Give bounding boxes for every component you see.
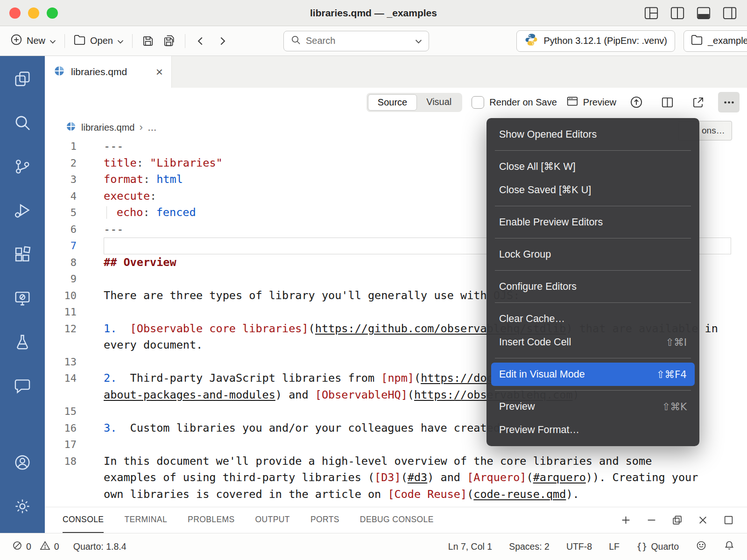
line-content: own libraries is covered in the article …: [104, 486, 731, 503]
line-number: 2: [45, 155, 92, 172]
menu-item-configure-editors[interactable]: Configure Editors: [491, 275, 695, 298]
preview-button[interactable]: Preview: [566, 96, 616, 109]
save-all-icon: [163, 35, 176, 48]
main-toolbar: New Open Search: [0, 26, 747, 56]
menu-item-preview[interactable]: Preview⇧⌘K: [491, 395, 695, 418]
render-on-save-checkbox[interactable]: [472, 96, 484, 109]
search-icon: [14, 114, 31, 132]
panel-tab-problems[interactable]: PROBLEMS: [188, 507, 234, 533]
line-content: examples of using third-party libraries …: [104, 469, 731, 486]
toggle-secondary-sidebar-icon[interactable]: [723, 7, 737, 20]
workspace-button[interactable]: _examples: [684, 30, 747, 52]
workspace-label: _examples: [708, 35, 747, 46]
sidebar-item-account[interactable]: [0, 441, 45, 484]
menu-item-show-opened-editors[interactable]: Show Opened Editors: [491, 123, 695, 146]
menu-item-lock-group[interactable]: Lock Group: [491, 243, 695, 266]
sidebar-item-explorer[interactable]: [0, 57, 45, 101]
maximize-panel-icon[interactable]: [723, 515, 734, 525]
menu-item-label: Close All [⌘K W]: [499, 161, 576, 173]
code-line[interactable]: 18In this document we'll provide a high-…: [45, 453, 747, 470]
panel-tab-debug-console[interactable]: DEBUG CONSOLE: [360, 507, 434, 533]
indentation-setting[interactable]: Spaces: 2: [509, 541, 550, 552]
open-in-new-window-button[interactable]: [687, 92, 709, 112]
sidebar-item-chat[interactable]: [0, 364, 45, 408]
render-on-save-control: Render on Save: [472, 96, 557, 109]
close-window-button[interactable]: [9, 7, 21, 19]
menu-separator: [495, 238, 691, 238]
language-mode[interactable]: {} Quarto: [636, 541, 679, 552]
ellipsis-icon: [723, 96, 735, 109]
sidebar-item-extensions[interactable]: [0, 232, 45, 276]
search-placeholder: Search: [306, 35, 410, 46]
split-editor-layout-icon[interactable]: [670, 7, 684, 20]
open-button[interactable]: Open: [70, 31, 127, 51]
save-all-button[interactable]: [159, 31, 180, 51]
sidebar-item-settings[interactable]: [0, 484, 45, 528]
gear-icon: [14, 497, 31, 515]
panel-tab-output[interactable]: OUTPUT: [255, 507, 290, 533]
sidebar-item-run-debug[interactable]: [0, 189, 45, 232]
close-panel-icon[interactable]: [698, 515, 708, 525]
minimize-window-button[interactable]: [28, 7, 39, 19]
save-button[interactable]: [137, 31, 159, 51]
customize-layout-icon[interactable]: [644, 7, 658, 20]
forward-button[interactable]: [211, 31, 233, 51]
search-input[interactable]: Search: [283, 31, 429, 51]
status-bar: 0 0 Quarto: 1.8.4 Ln 7, Col 1 Spaces: 2 …: [0, 533, 747, 560]
toggle-panel-icon[interactable]: [697, 7, 711, 20]
eol-setting[interactable]: LF: [609, 541, 620, 552]
open-external-icon: [692, 96, 705, 109]
zoom-window-button[interactable]: [47, 7, 58, 19]
flask-icon: [14, 333, 31, 351]
line-number: 12: [45, 321, 92, 337]
back-button[interactable]: [190, 31, 211, 51]
panel-tab-ports[interactable]: PORTS: [310, 507, 339, 533]
line-number: [45, 387, 92, 404]
panel-tab-console[interactable]: CONSOLE: [63, 507, 104, 533]
warning-icon: [40, 540, 50, 553]
interpreter-selector[interactable]: Python 3.12.1 (PipEnv: .venv): [516, 30, 675, 52]
code-line[interactable]: own libraries is covered in the article …: [45, 486, 747, 503]
menu-item-close-all-k-w[interactable]: Close All [⌘K W]: [491, 155, 695, 178]
new-button[interactable]: New: [7, 31, 60, 51]
menu-item-close-saved-k-u[interactable]: Close Saved [⌘K U]: [491, 178, 695, 202]
minimize-panel-icon[interactable]: [646, 515, 657, 525]
sidebar-item-preview[interactable]: [0, 276, 45, 320]
render-button[interactable]: [626, 92, 647, 112]
breadcrumb-file[interactable]: libraries.qmd: [81, 122, 134, 133]
menu-item-label: Insert Code Cell: [499, 336, 571, 348]
line-number: 11: [45, 304, 92, 321]
panel-tab-terminal[interactable]: TERMINAL: [124, 507, 167, 533]
toolbar-divider: [185, 34, 185, 48]
quarto-version[interactable]: Quarto: 1.8.4: [73, 541, 127, 552]
notifications-bell-icon[interactable]: [724, 540, 735, 553]
menu-item-enable-preview-editors[interactable]: Enable Preview Editors: [491, 210, 695, 234]
menu-item-insert-code-cell[interactable]: Insert Code Cell⇧⌘I: [491, 330, 695, 354]
restore-panel-icon[interactable]: [672, 515, 683, 525]
source-mode-button[interactable]: Source: [368, 94, 417, 111]
menu-item-preview-format[interactable]: Preview Format…: [491, 418, 695, 441]
plus-circle-icon: [10, 34, 22, 48]
cursor-position[interactable]: Ln 7, Col 1: [448, 541, 492, 552]
close-tab-icon[interactable]: ×: [156, 66, 163, 78]
add-console-icon[interactable]: [620, 515, 631, 525]
line-number: 7: [45, 238, 92, 254]
code-line[interactable]: examples of using third-party libraries …: [45, 469, 747, 486]
split-editor-button[interactable]: [656, 92, 678, 112]
menu-item-edit-in-visual-mode[interactable]: Edit in Visual Mode⇧⌘F4: [491, 363, 695, 386]
sidebar-item-testing[interactable]: [0, 320, 45, 364]
sidebar-item-search[interactable]: [0, 101, 45, 145]
feedback-smiley-icon[interactable]: [696, 540, 707, 553]
breadcrumb-more[interactable]: …: [148, 122, 157, 133]
menu-item-clear-cache[interactable]: Clear Cache…: [491, 307, 695, 330]
problems-indicator[interactable]: 0 0: [12, 540, 59, 553]
activity-bar: [0, 56, 45, 533]
sidebar-item-source-control[interactable]: [0, 145, 45, 189]
line-number: 10: [45, 287, 92, 304]
encoding-setting[interactable]: UTF-8: [566, 541, 592, 552]
more-actions-button[interactable]: [718, 92, 740, 112]
tab-libraries-qmd[interactable]: libraries.qmd ×: [45, 56, 172, 88]
line-number: [45, 486, 92, 503]
visual-mode-button[interactable]: Visual: [417, 94, 461, 111]
chevron-down-icon[interactable]: [415, 35, 422, 46]
